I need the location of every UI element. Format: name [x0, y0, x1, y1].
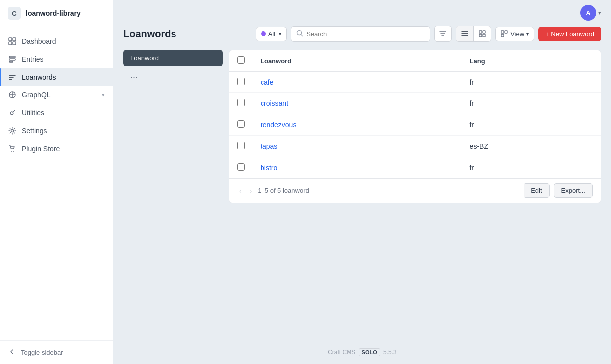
utilities-icon — [8, 108, 17, 117]
filter-all-label: All — [268, 30, 275, 38]
sidebar-item-label: Utilities — [22, 109, 44, 117]
sidebar-item-graphql[interactable]: GraphQL ▾ — [0, 86, 113, 104]
entries-icon — [8, 55, 17, 64]
loanword-link[interactable]: cafe — [261, 78, 273, 86]
edit-button[interactable]: Edit — [524, 183, 549, 198]
solo-badge: SOLO — [359, 348, 380, 356]
svg-rect-16 — [501, 31, 504, 33]
row-checkbox-cell — [229, 93, 253, 114]
sidebar: C loanword-library Dashboard — [0, 0, 113, 364]
table-footer: ‹ › 1–5 of 5 loanword Edit Export... — [229, 178, 601, 203]
graphql-icon — [8, 91, 17, 99]
app-name: loanword-library — [26, 9, 81, 17]
sidebar-item-dashboard[interactable]: Dashboard — [0, 32, 113, 50]
new-loanword-button[interactable]: + New Loanword — [538, 27, 601, 41]
export-button[interactable]: Export... — [554, 183, 593, 198]
row-checkbox-cell — [229, 136, 253, 157]
sidebar-item-plugin-store[interactable]: Plugin Store — [0, 140, 113, 158]
filter-dot — [261, 31, 266, 36]
page-title: Loanwords — [123, 28, 176, 40]
loanword-cell: bistro — [253, 157, 462, 179]
svg-rect-6 — [9, 61, 13, 62]
view-button[interactable]: View ▾ — [495, 27, 534, 41]
svg-rect-5 — [9, 59, 15, 60]
svg-rect-17 — [505, 31, 507, 33]
pagination-info: ‹ › 1–5 of 5 loanword — [237, 186, 309, 196]
svg-rect-12 — [479, 31, 482, 33]
toggle-sidebar-icon — [8, 348, 16, 357]
sidebar-footer: Toggle sidebar — [0, 340, 113, 364]
sidebar-item-loanwords[interactable]: Loanwords — [0, 68, 113, 86]
toggle-sidebar-button[interactable]: Toggle sidebar — [8, 348, 105, 357]
user-menu-chevron[interactable]: ▾ — [598, 10, 601, 16]
filter-all-dropdown[interactable]: All ▾ — [256, 27, 287, 41]
search-input[interactable] — [306, 30, 425, 38]
loanword-link[interactable]: bistro — [261, 164, 277, 172]
row-checkbox-cell — [229, 114, 253, 136]
sidebar-panel: Loanword ··· — [123, 50, 223, 203]
row-checkbox-cell — [229, 157, 253, 179]
sidebar-item-label: Dashboard — [22, 37, 56, 45]
row-checkbox[interactable] — [237, 163, 245, 171]
prev-page-button[interactable]: ‹ — [237, 186, 244, 196]
svg-rect-14 — [479, 34, 482, 37]
table-row: tapas es-BZ — [229, 136, 601, 157]
row-checkbox[interactable] — [237, 142, 245, 149]
row-checkbox[interactable] — [237, 120, 245, 128]
svg-rect-13 — [483, 31, 485, 33]
svg-rect-0 — [9, 38, 12, 41]
lang-cell: fr — [462, 114, 601, 136]
filter-icon-button[interactable] — [434, 26, 452, 42]
app-logo[interactable]: C — [8, 7, 21, 20]
loanword-link[interactable]: rendezvous — [261, 121, 296, 129]
search-bar — [291, 26, 430, 42]
lang-cell: fr — [462, 93, 601, 114]
row-checkbox[interactable] — [237, 99, 245, 106]
svg-point-9 — [11, 151, 12, 152]
sidebar-item-label: GraphQL — [22, 91, 51, 99]
svg-rect-18 — [501, 34, 504, 37]
loanwords-table: Loanword Lang cafe fr croissant f — [229, 50, 601, 178]
chevron-down-icon: ▾ — [102, 92, 105, 98]
user-avatar[interactable]: A — [580, 5, 596, 21]
active-indicator — [0, 68, 1, 86]
loanword-cell: tapas — [253, 136, 462, 157]
list-view-button[interactable] — [456, 26, 473, 41]
bottom-footer: Craft CMS SOLO 5.5.3 — [113, 340, 611, 364]
next-page-button[interactable]: › — [248, 186, 254, 196]
row-checkbox[interactable] — [237, 78, 245, 85]
search-icon — [296, 30, 303, 38]
loanword-column-header: Loanword — [253, 50, 462, 72]
sidebar-item-label: Entries — [22, 55, 44, 63]
footer-actions: Edit Export... — [524, 183, 593, 198]
sidebar-nav: Dashboard Entries Loanwords — [0, 27, 113, 340]
sidebar-header: C loanword-library — [0, 0, 113, 27]
filter-chevron-icon: ▾ — [279, 31, 281, 37]
sidebar-item-utilities[interactable]: Utilities — [0, 104, 113, 122]
main-content: A ▾ Loanwords All ▾ — [113, 0, 611, 364]
pagination-text: 1–5 of 5 loanword — [258, 187, 309, 194]
svg-point-10 — [13, 151, 14, 152]
panel-item-loanword[interactable]: Loanword — [123, 50, 223, 66]
select-all-checkbox[interactable] — [237, 56, 245, 64]
sidebar-item-settings[interactable]: Settings — [0, 122, 113, 140]
top-bar: A ▾ — [113, 0, 611, 26]
cms-label: Craft CMS — [328, 349, 355, 356]
lang-cell: fr — [462, 157, 601, 179]
svg-point-8 — [11, 130, 14, 132]
sidebar-item-label: Loanwords — [22, 73, 56, 81]
sidebar-item-entries[interactable]: Entries — [0, 50, 113, 68]
table-row: bistro fr — [229, 157, 601, 179]
lang-cell: es-BZ — [462, 136, 601, 157]
loanword-link[interactable]: tapas — [261, 142, 277, 150]
loanword-link[interactable]: croissant — [261, 99, 288, 107]
panel-add-button[interactable]: ··· — [123, 68, 223, 87]
svg-rect-15 — [483, 34, 485, 37]
loanword-cell: cafe — [253, 72, 462, 93]
table-row: cafe fr — [229, 72, 601, 93]
loanword-cell: rendezvous — [253, 114, 462, 136]
row-checkbox-cell — [229, 72, 253, 93]
svg-rect-2 — [9, 42, 12, 45]
grid-view-button[interactable] — [473, 26, 491, 41]
select-all-header — [229, 50, 253, 72]
